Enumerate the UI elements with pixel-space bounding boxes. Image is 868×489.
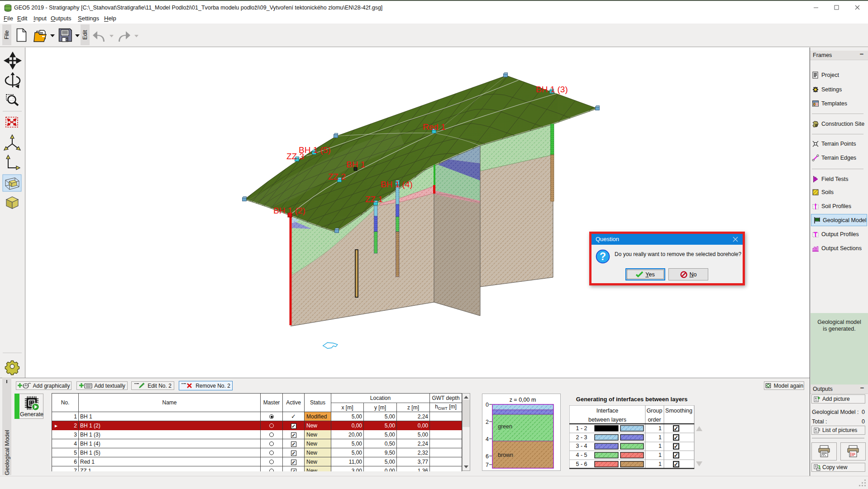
svg-text:✓: ✓ <box>674 461 679 468</box>
svg-text:between layers: between layers <box>588 417 626 423</box>
svg-text:0: 0 <box>486 402 489 408</box>
svg-text:1: 1 <box>658 452 662 458</box>
svg-text:7: 7 <box>486 462 489 468</box>
svg-text:?: ? <box>600 251 606 262</box>
svg-text:3 - 4: 3 - 4 <box>576 443 587 449</box>
svg-text:Smoothing: Smoothing <box>665 408 692 414</box>
svg-text:ZZ 3: ZZ 3 <box>286 152 304 161</box>
svg-text:✓: ✓ <box>674 452 679 459</box>
svg-text:BH 1 (4): BH 1 (4) <box>381 180 413 189</box>
svg-text:1: 1 <box>658 443 662 449</box>
svg-text:z = 0,00 m: z = 0,00 m <box>510 397 536 403</box>
svg-text:ZZ 2: ZZ 2 <box>328 172 346 181</box>
svg-text:✓: ✓ <box>674 443 679 450</box>
svg-text:BH 1: BH 1 <box>346 160 365 169</box>
svg-text:1: 1 <box>658 434 662 441</box>
svg-text:order: order <box>648 417 661 423</box>
svg-text:1: 1 <box>658 425 662 432</box>
svg-text:Red 1: Red 1 <box>423 122 446 132</box>
svg-text:green: green <box>498 423 512 430</box>
svg-text:Interface: Interface <box>596 408 619 414</box>
svg-text:1 - 2: 1 - 2 <box>576 425 587 432</box>
svg-text:4 - 5: 4 - 5 <box>576 452 587 458</box>
svg-text:2 - 3: 2 - 3 <box>576 434 587 441</box>
svg-text:1: 1 <box>658 461 662 467</box>
svg-text:✓: ✓ <box>674 425 679 432</box>
svg-text:BH 1 (2): BH 1 (2) <box>273 206 305 215</box>
svg-text:✓: ✓ <box>674 434 679 441</box>
svg-text:5 - 6: 5 - 6 <box>576 461 587 467</box>
svg-text:4: 4 <box>486 436 489 442</box>
svg-text:6: 6 <box>486 453 489 460</box>
svg-text:BH 1 (3): BH 1 (3) <box>536 85 568 94</box>
svg-text:ZZ 1: ZZ 1 <box>365 195 383 204</box>
svg-text:2: 2 <box>486 419 489 425</box>
svg-text:Group: Group <box>647 408 663 414</box>
svg-text:brown: brown <box>498 452 513 458</box>
